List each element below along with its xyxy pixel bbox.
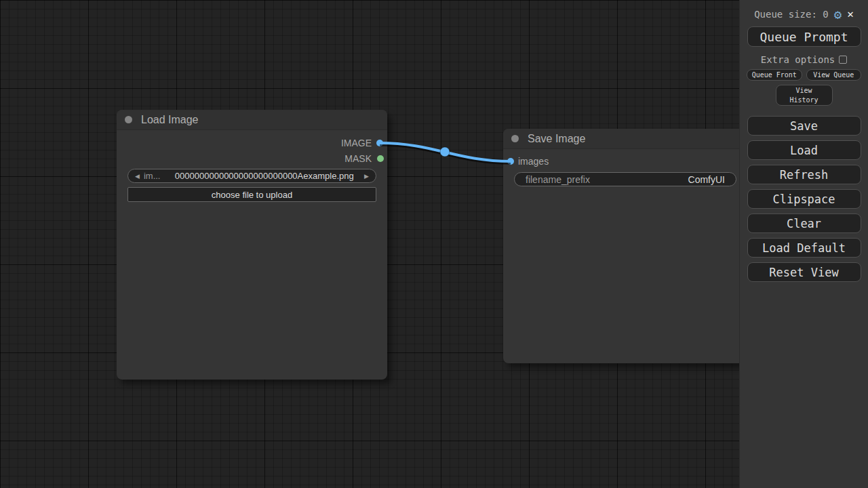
load-image-title-bar[interactable]: Load Image [117, 110, 387, 130]
output-port-mask[interactable] [377, 155, 384, 162]
clipspace-button[interactable]: Clipspace [747, 189, 861, 209]
node-save-image[interactable]: Save Image images filename_prefix ComfyU… [503, 129, 747, 363]
view-history-label: View History [786, 86, 823, 104]
input-port-images[interactable] [507, 158, 514, 165]
input-label-images: images [518, 157, 549, 166]
collapse-dot-icon[interactable] [125, 116, 132, 123]
extra-options-checkbox[interactable] [839, 56, 847, 64]
widget-value: ComfyUI [590, 174, 725, 185]
node-load-image[interactable]: Load Image IMAGE MASK ◀ im... 0000000000… [117, 110, 387, 380]
queue-actions-row: Queue Front View Queue [747, 69, 861, 81]
combo-value: 0000000000000000000000000Aexample.png [164, 171, 364, 181]
menu-main-buttons: Save Load Refresh Clipspace Clear Load D… [740, 116, 868, 282]
save-button[interactable]: Save [747, 116, 861, 136]
node-title: Load Image [141, 114, 199, 126]
combo-next-icon[interactable]: ▶ [364, 173, 369, 180]
queue-prompt-button[interactable]: Queue Prompt [747, 26, 861, 47]
menu-header: Queue size: 0 ⚙ ✕ [740, 0, 868, 22]
view-history-button[interactable]: View History [776, 85, 833, 106]
output-label-image: IMAGE [341, 138, 372, 148]
filename-prefix-widget[interactable]: filename_prefix ComfyUI [514, 172, 736, 186]
combo-prev-icon[interactable]: ◀ [135, 173, 140, 180]
refresh-button[interactable]: Refresh [747, 165, 861, 184]
comfy-menu: Queue size: 0 ⚙ ✕ Queue Prompt Extra opt… [739, 0, 868, 488]
reset-view-button[interactable]: Reset View [747, 262, 861, 282]
node-title: Save Image [528, 133, 585, 145]
close-icon[interactable]: ✕ [847, 9, 854, 20]
queue-front-button[interactable]: Queue Front [747, 69, 802, 81]
combo-label: im... [144, 171, 161, 181]
load-default-button[interactable]: Load Default [747, 238, 861, 258]
extra-options-label: Extra options [761, 54, 835, 65]
extra-options-row: Extra options [740, 54, 868, 65]
collapse-dot-icon[interactable] [511, 135, 519, 142]
widget-label: filename_prefix [526, 174, 590, 185]
view-queue-button[interactable]: View Queue [806, 69, 862, 81]
queue-size-label: Queue size: 0 [754, 9, 829, 20]
choose-file-label: choose file to upload [212, 190, 292, 200]
load-button[interactable]: Load [747, 140, 861, 160]
choose-file-button[interactable]: choose file to upload [127, 187, 376, 202]
save-image-title-bar[interactable]: Save Image [503, 129, 747, 149]
clear-button[interactable]: Clear [747, 214, 861, 233]
image-combo-widget[interactable]: ◀ im... 0000000000000000000000000Aexampl… [127, 169, 376, 183]
output-label-mask: MASK [344, 154, 372, 163]
settings-gear-icon[interactable]: ⚙ [834, 8, 842, 21]
output-port-image[interactable] [376, 140, 383, 146]
